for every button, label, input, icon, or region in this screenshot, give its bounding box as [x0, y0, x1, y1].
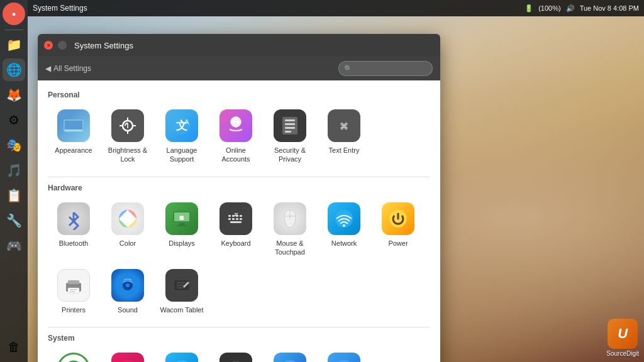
settings-item-bluetooth[interactable]: Bluetooth [48, 197, 99, 262]
svg-point-46 [343, 224, 345, 227]
security-icon [274, 109, 306, 142]
power-label: Power [388, 239, 408, 248]
taskbar-icon-settings-launcher[interactable]: ⚙ [3, 109, 25, 131]
bluetooth-icon [57, 202, 90, 235]
mouse-label: Mouse &Touchpad [275, 239, 305, 257]
taskbar-icon-browser[interactable]: 🌐 [3, 58, 25, 81]
settings-item-color[interactable]: Color [102, 197, 153, 262]
displays-label: Displays [169, 239, 195, 248]
section-system-label: System [48, 334, 430, 343]
svg-rect-4 [65, 129, 82, 131]
svg-rect-3 [65, 121, 82, 129]
taskbar-icon-game[interactable]: 🎮 [3, 234, 25, 257]
settings-item-online[interactable]: OnlineAccounts [210, 104, 262, 169]
color-label: Color [119, 239, 136, 248]
settings-item-user-accounts[interactable]: UserAccounts [318, 348, 370, 362]
svg-rect-18 [285, 123, 295, 125]
settings-item-network[interactable]: Network [318, 197, 370, 262]
svg-rect-39 [236, 218, 238, 220]
window-toolbar: ◀ All Settings 🔍 [38, 57, 440, 80]
settings-item-mouse[interactable]: Mouse &Touchpad [264, 197, 316, 262]
settings-item-appearance[interactable]: Appearance [48, 104, 99, 169]
printers-icon [57, 269, 90, 302]
window-title: System Settings [74, 41, 133, 50]
personal-grid: Appearance Brightness &Lock [48, 104, 430, 169]
taskbar-icon-trash[interactable]: 🗑 [3, 336, 25, 358]
svg-rect-37 [228, 218, 231, 220]
keyboard-label: Keyboard [221, 239, 250, 248]
backups-icon [57, 353, 90, 362]
settings-item-brightness[interactable]: Brightness &Lock [102, 104, 153, 169]
window-minimize-button[interactable] [58, 41, 67, 50]
taskbar-icon-notes[interactable]: 📋 [3, 184, 25, 207]
settings-item-software[interactable]: Software &Updates [156, 348, 208, 362]
taskbar-left: ● 📁 🌐 🦊 ⚙ 🎭 🎵 📋 🔧 🎮 🗑 [0, 0, 28, 362]
topbar-right: 🔋 (100%) 🔊 Tue Nov 8 4:08 PM [525, 4, 639, 13]
taskbar-divider-1 [4, 30, 23, 30]
svg-rect-53 [79, 285, 80, 286]
settings-item-details[interactable]: Details [102, 348, 153, 362]
hardware-grid: Bluetooth Color [48, 197, 430, 320]
settings-item-language[interactable]: 文 A LanguageSupport [156, 104, 208, 169]
user-accounts-icon [328, 353, 360, 362]
settings-item-wacom[interactable]: Wacom Tablet [156, 264, 208, 319]
taskbar-icon-home[interactable]: ● [3, 3, 25, 25]
taskbar-icon-files[interactable]: 📁 [3, 33, 25, 56]
appearance-label: Appearance [55, 146, 92, 155]
power-icon [382, 202, 414, 235]
svg-rect-30 [177, 225, 187, 226]
network-icon [328, 202, 360, 235]
details-icon [111, 353, 144, 362]
displays-icon: ▦ [165, 202, 198, 235]
all-settings-icon: ◀ [45, 64, 51, 73]
topbar-battery-icon: 🔋 [525, 4, 533, 13]
divider-1 [48, 177, 430, 177]
system-grid: Backups Details [48, 348, 430, 362]
software-icon [165, 353, 198, 362]
settings-item-sound[interactable]: Sound [102, 264, 153, 319]
wacom-label: Wacom Tablet [160, 305, 203, 314]
divider-2 [48, 327, 430, 327]
all-settings-button[interactable]: ◀ All Settings [45, 64, 91, 73]
taskbar-icon-tools[interactable]: 🔧 [3, 209, 25, 232]
all-settings-label: All Settings [53, 64, 91, 73]
settings-item-security[interactable]: Security &Privacy [264, 104, 316, 169]
svg-rect-29 [179, 223, 184, 225]
bluetooth-label: Bluetooth [59, 239, 88, 248]
window-close-button[interactable]: ✕ [44, 41, 53, 50]
language-icon: 文 A [165, 109, 198, 142]
text-icon: ⌘ [328, 109, 360, 142]
settings-item-backups[interactable]: Backups [48, 348, 99, 362]
settings-item-printers[interactable]: Printers [48, 264, 99, 319]
search-box[interactable]: 🔍 [338, 61, 433, 76]
svg-rect-49 [68, 280, 79, 284]
online-label: OnlineAccounts [221, 146, 250, 164]
text-label: Text Entry [329, 146, 360, 155]
settings-item-power[interactable]: Power [372, 197, 424, 262]
svg-point-56 [126, 283, 130, 287]
security-label: Security &Privacy [274, 146, 306, 164]
color-icon [111, 202, 144, 235]
online-icon [219, 109, 252, 142]
network-label: Network [331, 239, 357, 248]
taskbar-icon-firefox[interactable]: 🦊 [3, 84, 25, 106]
topbar-title: System Settings [33, 4, 87, 13]
mouse-icon [274, 202, 306, 235]
settings-item-keyboard[interactable]: ⌘ Keyboard [210, 197, 262, 262]
settings-item-text[interactable]: ⌘ Text Entry [318, 104, 370, 169]
svg-rect-40 [240, 218, 242, 220]
source-digit-icon: U [608, 319, 638, 349]
topbar-datetime: Tue Nov 8 4:08 PM [580, 4, 639, 12]
svg-text:⌘: ⌘ [234, 212, 238, 217]
settings-item-displays[interactable]: ▦ Displays [156, 197, 208, 262]
svg-rect-36 [240, 215, 242, 217]
svg-text:A: A [184, 118, 189, 126]
section-personal-label: Personal [48, 90, 430, 99]
keyboard-icon: ⌘ [219, 202, 252, 235]
settings-item-time[interactable]: Time & Date [210, 348, 262, 362]
taskbar-icon-theater[interactable]: 🎭 [3, 134, 25, 156]
taskbar-icon-music[interactable]: 🎵 [3, 159, 25, 182]
settings-item-universal[interactable]: UniversalAccess [264, 348, 316, 362]
language-label: LanguageSupport [167, 146, 197, 164]
svg-text:●: ● [12, 10, 16, 18]
